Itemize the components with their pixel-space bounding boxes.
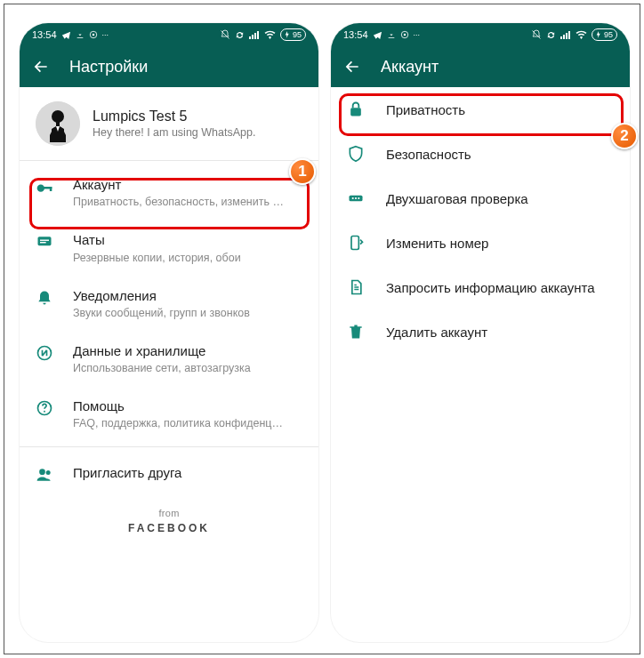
svg-point-18: [46, 470, 51, 475]
data-icon: [36, 344, 53, 362]
telegram-icon: [373, 30, 382, 40]
chat-icon: [36, 233, 53, 251]
pin-icon: [347, 189, 365, 207]
wifi-icon: [576, 30, 587, 39]
status-bar: 13:54 ··· 95: [331, 23, 630, 46]
at-icon: [400, 30, 409, 39]
menu-title: Помощь: [73, 397, 286, 415]
appbar-title: Настройки: [69, 58, 148, 76]
mute-icon: [220, 29, 230, 40]
account-item-label: Безопасность: [386, 147, 471, 162]
menu-item-data-storage[interactable]: Данные и хранилище Использование сети, а…: [20, 331, 318, 386]
svg-point-16: [44, 411, 45, 413]
menu-subtitle: Резервные копии, история, обои: [73, 252, 241, 264]
menu-title: Данные и хранилище: [73, 342, 251, 360]
trash-icon: [347, 323, 365, 341]
download-icon: [387, 30, 396, 39]
menu-item-invite-friend[interactable]: Пригласить друга: [20, 453, 318, 495]
more-icon: ···: [414, 30, 421, 39]
svg-rect-4: [252, 35, 254, 39]
svg-point-30: [358, 197, 359, 199]
help-icon: [36, 399, 53, 417]
svg-rect-23: [563, 35, 565, 39]
svg-rect-25: [568, 31, 570, 39]
wifi-icon: [264, 30, 276, 39]
phone-swap-icon: [347, 234, 365, 252]
account-item-label: Удалить аккаунт: [386, 325, 487, 340]
more-icon: ···: [102, 30, 109, 39]
download-icon: [76, 30, 85, 39]
menu-item-help[interactable]: Помощь FAQ, поддержка, политика конфиден…: [20, 386, 318, 441]
sync-icon: [546, 30, 556, 40]
svg-rect-5: [254, 33, 256, 39]
menu-subtitle: Использование сети, автозагрузка: [73, 362, 251, 374]
menu-title: Уведомления: [73, 287, 250, 305]
menu-item-chats[interactable]: Чаты Резервные копии, история, обои: [20, 220, 318, 275]
svg-rect-22: [560, 36, 562, 39]
svg-rect-3: [249, 36, 251, 39]
svg-rect-6: [257, 31, 259, 39]
back-button[interactable]: [343, 58, 361, 76]
svg-rect-26: [350, 108, 361, 116]
account-item-delete[interactable]: Удалить аккаунт: [331, 309, 630, 354]
account-item-label: Приватность: [386, 102, 465, 117]
step-badge-1: 1: [289, 158, 316, 185]
step-badge-2: 2: [611, 123, 638, 149]
svg-point-28: [352, 197, 354, 199]
svg-rect-12: [40, 240, 49, 241]
menu-title: Чаты: [73, 231, 241, 249]
svg-point-17: [39, 469, 45, 476]
account-screen: 13:54 ··· 95 Аккаунт Приватнос: [331, 23, 630, 642]
menu-subtitle: Звуки сообщений, групп и звонков: [73, 307, 250, 319]
account-item-label: Изменить номер: [386, 236, 488, 251]
battery-indicator: 95: [592, 28, 617, 41]
key-icon: [36, 178, 53, 196]
back-button[interactable]: [32, 58, 50, 76]
status-bar: 13:54 ··· 95: [20, 23, 318, 46]
svg-point-29: [355, 197, 357, 199]
svg-rect-31: [351, 237, 358, 250]
battery-indicator: 95: [280, 28, 306, 41]
svg-rect-13: [40, 242, 46, 243]
appbar-title: Аккаунт: [381, 58, 439, 76]
account-item-two-step[interactable]: Двухшаговая проверка: [331, 176, 630, 221]
account-item-change-number[interactable]: Изменить номер: [331, 221, 630, 265]
account-item-label: Запросить информацию аккаунта: [386, 280, 594, 295]
menu-title: Пригласить друга: [73, 464, 181, 482]
settings-screen: 13:54 ··· 95 Настройки: [20, 23, 318, 642]
account-item-privacy[interactable]: Приватность: [331, 87, 630, 132]
people-icon: [36, 466, 53, 484]
status-time: 13:54: [343, 29, 368, 40]
menu-subtitle: FAQ, поддержка, политика конфиденциальн.…: [73, 417, 286, 429]
at-icon: [89, 30, 98, 39]
sync-icon: [235, 30, 245, 40]
svg-rect-24: [566, 33, 568, 39]
app-bar: Настройки: [20, 46, 318, 87]
menu-item-account[interactable]: Аккаунт Приватность, безопасность, измен…: [20, 164, 318, 220]
svg-point-20: [403, 34, 406, 36]
from-facebook: from FACEBOOK: [20, 495, 318, 542]
signal-icon: [560, 30, 571, 39]
lock-icon: [347, 100, 365, 118]
account-item-label: Двухшаговая проверка: [386, 191, 528, 206]
svg-rect-10: [50, 187, 52, 191]
profile-name: Lumpics Test 5: [93, 108, 255, 124]
svg-point-1: [92, 34, 94, 36]
bell-icon: [36, 289, 53, 307]
menu-subtitle: Приватность, безопасность, изменить номе…: [73, 196, 286, 208]
profile-status: Hey there! I am using WhatsApp.: [93, 126, 255, 139]
avatar: [36, 101, 80, 146]
menu-title: Аккаунт: [73, 176, 286, 194]
menu-item-notifications[interactable]: Уведомления Звуки сообщений, групп и зво…: [20, 276, 318, 331]
mute-icon: [531, 29, 542, 40]
shield-icon: [347, 145, 365, 163]
account-item-security[interactable]: Безопасность: [331, 132, 630, 176]
account-item-request-info[interactable]: Запросить информацию аккаунта: [331, 265, 630, 309]
status-time: 13:54: [32, 29, 57, 40]
document-icon: [347, 278, 365, 296]
svg-rect-11: [38, 237, 52, 245]
signal-icon: [249, 30, 260, 39]
profile-row[interactable]: Lumpics Test 5 Hey there! I am using Wha…: [20, 87, 318, 160]
app-bar: Аккаунт: [331, 46, 630, 87]
telegram-icon: [61, 30, 71, 40]
